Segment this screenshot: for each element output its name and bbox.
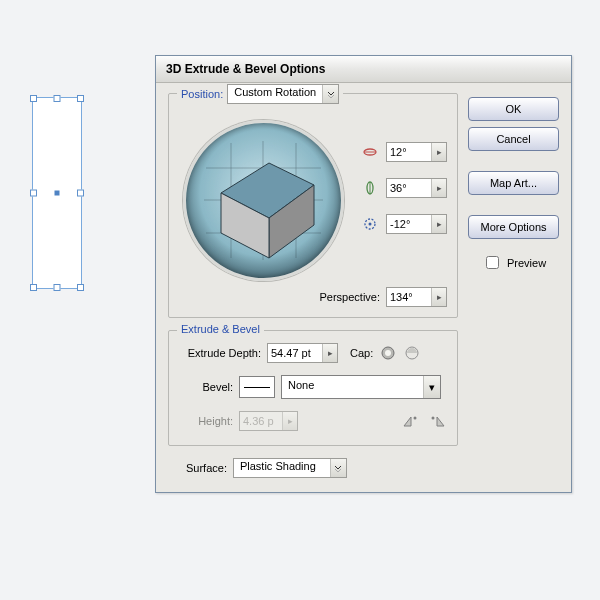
bevel-height-label: Height:: [179, 415, 233, 427]
position-legend: Position:: [181, 88, 223, 100]
bevel-value: None: [282, 376, 423, 398]
rotate-y-icon: [362, 180, 378, 196]
dialog-title: 3D Extrude & Bevel Options: [166, 62, 325, 76]
svg-point-14: [369, 223, 372, 226]
bevel-dropdown[interactable]: None ▾: [281, 375, 441, 399]
selected-rectangle: [32, 97, 82, 289]
extrude-depth-input[interactable]: ▸: [267, 343, 338, 363]
cancel-button[interactable]: Cancel: [468, 127, 559, 151]
map-art-button[interactable]: Map Art...: [468, 171, 559, 195]
extrude-bevel-legend: Extrude & Bevel: [177, 323, 264, 335]
rotation-trackball[interactable]: [183, 120, 344, 281]
perspective-label: Perspective:: [319, 291, 380, 303]
extrude-depth-label: Extrude Depth:: [179, 347, 261, 359]
stepper-icon[interactable]: ▸: [431, 143, 446, 161]
chevron-down-icon: [322, 85, 338, 103]
rotate-z-icon: [362, 216, 378, 232]
surface-value: Plastic Shading: [234, 459, 330, 477]
surface-dropdown[interactable]: Plastic Shading: [233, 458, 347, 478]
cap-off-icon[interactable]: [403, 344, 421, 362]
svg-point-19: [432, 417, 435, 420]
svg-point-16: [385, 350, 391, 356]
cube-preview-icon: [186, 123, 341, 278]
surface-label: Surface:: [186, 462, 227, 474]
position-preset-label: Custom Rotation: [228, 85, 322, 103]
more-options-button[interactable]: More Options: [468, 215, 559, 239]
rotate-y-input[interactable]: ▸: [386, 178, 447, 198]
preview-checkbox[interactable]: Preview: [468, 253, 559, 272]
bevel-extent-out-icon[interactable]: [427, 413, 447, 429]
rotate-z-input[interactable]: ▸: [386, 214, 447, 234]
cap-on-icon[interactable]: [379, 344, 397, 362]
stepper-icon[interactable]: ▸: [431, 288, 446, 306]
stepper-icon[interactable]: ▸: [431, 179, 446, 197]
bevel-extent-in-icon[interactable]: [401, 413, 421, 429]
stepper-icon[interactable]: ▸: [322, 344, 337, 362]
dialog-3d-extrude-bevel: 3D Extrude & Bevel Options Position: Cus…: [155, 55, 572, 493]
group-position: Position: Custom Rotation: [168, 93, 458, 318]
stepper-icon: ▸: [282, 412, 297, 430]
group-extrude-bevel: Extrude & Bevel Extrude Depth: ▸ Cap:: [168, 330, 458, 446]
dialog-titlebar: 3D Extrude & Bevel Options: [156, 56, 571, 83]
chevron-down-icon: [330, 459, 346, 477]
chevron-down-icon: ▾: [423, 376, 440, 398]
bevel-label: Bevel:: [179, 381, 233, 393]
bevel-swatch: [239, 376, 275, 398]
rotate-x-icon: [362, 144, 378, 160]
bevel-height-input: ▸: [239, 411, 298, 431]
preview-label: Preview: [507, 257, 546, 269]
rotate-x-input[interactable]: ▸: [386, 142, 447, 162]
perspective-input[interactable]: ▸: [386, 287, 447, 307]
position-preset-dropdown[interactable]: Custom Rotation: [227, 84, 339, 104]
ok-button[interactable]: OK: [468, 97, 559, 121]
svg-point-18: [414, 417, 417, 420]
cap-label: Cap:: [350, 347, 373, 359]
stepper-icon[interactable]: ▸: [431, 215, 446, 233]
